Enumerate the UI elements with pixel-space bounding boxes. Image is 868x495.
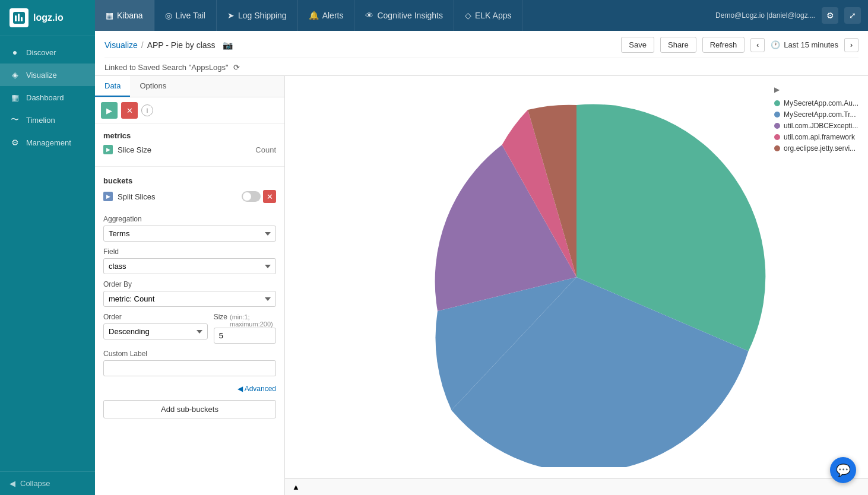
size-input[interactable] bbox=[214, 328, 276, 344]
settings-button[interactable]: ⚙ bbox=[822, 7, 838, 24]
save-button[interactable]: Save bbox=[621, 37, 654, 53]
split-slices-toggle[interactable] bbox=[242, 191, 261, 202]
livetail-icon: ◎ bbox=[165, 11, 172, 20]
order-by-select[interactable]: metric: Count alphabetical bbox=[103, 291, 276, 307]
topnav-cognitive-label: Cognitive Insights bbox=[377, 11, 443, 20]
topnav-logshipping-label: Log Shipping bbox=[238, 11, 287, 20]
alerts-icon: 🔔 bbox=[309, 11, 319, 20]
custom-label-group: Custom Label bbox=[95, 350, 284, 376]
slice-size-icon: ▶ bbox=[103, 145, 113, 154]
slice-size-row: ▶ Slice Size Count bbox=[103, 145, 276, 154]
aggregation-group: Aggregation Terms Filters Range bbox=[95, 215, 284, 242]
field-label: Field bbox=[103, 248, 276, 256]
refresh-button[interactable]: Refresh bbox=[702, 37, 745, 53]
aggregation-label: Aggregation bbox=[103, 215, 276, 223]
legend-label-1: MySecretApp.com.Tr... bbox=[784, 110, 856, 119]
order-by-group: Order By metric: Count alphabetical bbox=[95, 280, 284, 307]
sidebar: logz.io ● Discover ◈ Visualize ▦ Dashboa… bbox=[0, 0, 95, 495]
add-sub-buckets-button[interactable]: Add sub-buckets bbox=[103, 400, 276, 418]
header-actions: Save Share Refresh ‹ 🕐 Last 15 minutes › bbox=[621, 37, 859, 53]
svg-rect-3 bbox=[21, 17, 23, 21]
legend-dot-1 bbox=[774, 112, 780, 118]
logo[interactable]: logz.io bbox=[0, 0, 95, 36]
time-range-display[interactable]: 🕐 Last 15 minutes bbox=[771, 40, 838, 49]
logo-text: logz.io bbox=[33, 12, 64, 23]
legend-dot-2 bbox=[774, 123, 780, 129]
metrics-section: metrics ▶ Slice Size Count bbox=[95, 124, 284, 164]
legend-item-1: MySecretApp.com.Tr... bbox=[774, 110, 859, 119]
breadcrumb-current: APP - Pie by class bbox=[147, 40, 216, 50]
panel-toolbar: ▶ ✕ i bbox=[95, 97, 284, 124]
topnav-cognitive[interactable]: 👁 Cognitive Insights bbox=[354, 0, 454, 31]
custom-label-label: Custom Label bbox=[103, 350, 276, 358]
legend-dot-4 bbox=[774, 145, 780, 151]
collapse-label: Collapse bbox=[20, 479, 50, 488]
tab-options[interactable]: Options bbox=[130, 76, 176, 97]
sidebar-item-visualize[interactable]: ◈ Visualize bbox=[0, 64, 95, 86]
aggregation-select[interactable]: Terms Filters Range bbox=[103, 226, 276, 242]
sidebar-item-dashboard[interactable]: ▦ Dashboard bbox=[0, 86, 95, 109]
topnav-elkapps[interactable]: ◇ ELK Apps bbox=[454, 0, 523, 31]
split-slices-delete[interactable]: ✕ bbox=[263, 190, 276, 203]
field-select[interactable]: class level app bbox=[103, 258, 276, 274]
topnav-livetail-label: Live Tail bbox=[176, 11, 205, 20]
breadcrumb: Visualize / APP - Pie by class 📷 bbox=[104, 40, 233, 50]
bottom-bar: ▲ bbox=[285, 478, 868, 495]
camera-icon[interactable]: 📷 bbox=[223, 40, 233, 50]
chart-legend: ▶ MySecretApp.com.Au... MySecretApp.com.… bbox=[774, 85, 859, 153]
user-info: Demo@Logz.io |daniel@logz.... bbox=[715, 11, 816, 20]
elkapps-icon: ◇ bbox=[465, 11, 471, 20]
order-by-label: Order By bbox=[103, 280, 276, 288]
close-button[interactable]: ✕ bbox=[121, 102, 138, 119]
sidebar-item-timelion[interactable]: 〜 Timelion bbox=[0, 109, 95, 131]
prev-time-button[interactable]: ‹ bbox=[750, 38, 765, 52]
top-navigation: ▦ Kibana ◎ Live Tail ➤ Log Shipping 🔔 Al… bbox=[95, 0, 868, 31]
topnav-right: Demo@Logz.io |daniel@logz.... ⚙ ⤢ bbox=[715, 7, 868, 24]
sidebar-item-timelion-label: Timelion bbox=[26, 116, 55, 125]
order-label: Order bbox=[103, 313, 208, 321]
order-select[interactable]: Descending Ascending bbox=[103, 323, 208, 339]
advanced-link[interactable]: ◀ Advanced bbox=[95, 382, 284, 395]
collapse-button[interactable]: ◀ Collapse bbox=[0, 471, 95, 495]
logo-icon bbox=[9, 8, 28, 27]
breadcrumb-visualize-link[interactable]: Visualize bbox=[104, 40, 138, 50]
legend-expand-icon[interactable]: ▶ bbox=[774, 85, 780, 94]
footer-icon: ▲ bbox=[292, 483, 300, 491]
sidebar-item-management-label: Management bbox=[26, 138, 71, 147]
sidebar-item-management[interactable]: ⚙ Management bbox=[0, 131, 95, 154]
custom-label-input[interactable] bbox=[103, 360, 276, 376]
info-icon[interactable]: i bbox=[141, 104, 153, 116]
svg-rect-2 bbox=[18, 14, 20, 21]
svg-rect-1 bbox=[15, 15, 17, 21]
topnav-livetail[interactable]: ◎ Live Tail bbox=[154, 0, 217, 31]
topnav-alerts[interactable]: 🔔 Alerts bbox=[298, 0, 355, 31]
chat-bubble-button[interactable]: 💬 bbox=[830, 457, 856, 483]
next-time-button[interactable]: › bbox=[844, 38, 859, 52]
sidebar-item-dashboard-label: Dashboard bbox=[26, 93, 64, 102]
sidebar-item-discover[interactable]: ● Discover bbox=[0, 41, 95, 64]
size-label: Size bbox=[214, 313, 227, 321]
legend-label-4: org.eclipse.jetty.servi... bbox=[784, 144, 856, 153]
breadcrumb-bar: Visualize / APP - Pie by class 📷 Save Sh… bbox=[104, 31, 859, 58]
play-button[interactable]: ▶ bbox=[101, 102, 118, 119]
main-content: ▦ Kibana ◎ Live Tail ➤ Log Shipping 🔔 Al… bbox=[95, 0, 868, 495]
topnav-kibana[interactable]: ▦ Kibana bbox=[95, 0, 154, 31]
dashboard-icon: ▦ bbox=[9, 92, 20, 103]
share-button[interactable]: Share bbox=[660, 37, 696, 53]
time-range-label: Last 15 minutes bbox=[784, 40, 838, 49]
topnav-alerts-label: Alerts bbox=[322, 11, 344, 20]
legend-item-3: util.com.api.framework bbox=[774, 133, 859, 141]
topnav-elkapps-label: ELK Apps bbox=[475, 11, 512, 20]
nav-items: ● Discover ◈ Visualize ▦ Dashboard 〜 Tim… bbox=[0, 36, 95, 471]
collapse-icon: ◀ bbox=[9, 479, 15, 488]
order-col: Order Descending Ascending bbox=[103, 313, 208, 344]
field-group: Field class level app bbox=[95, 248, 284, 274]
tab-data[interactable]: Data bbox=[95, 76, 130, 97]
management-icon: ⚙ bbox=[9, 137, 20, 148]
toggle-container: ✕ bbox=[242, 190, 276, 203]
expand-button[interactable]: ⤢ bbox=[844, 7, 861, 24]
content-body: Data Options ▶ ✕ i metrics ▶ Slice Size … bbox=[95, 76, 868, 495]
slice-size-value: Count bbox=[255, 145, 276, 154]
topnav-logshipping[interactable]: ➤ Log Shipping bbox=[217, 0, 298, 31]
sync-icon[interactable]: ⟳ bbox=[233, 63, 240, 72]
